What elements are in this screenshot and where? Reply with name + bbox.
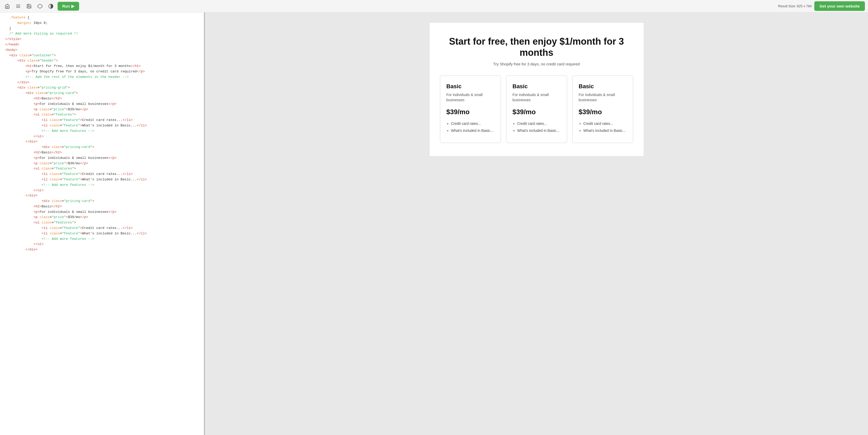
code-line: <h1>Start for free, then enjoy $1/month … — [0, 64, 204, 69]
code-line: /* Add more styling as required */ — [0, 31, 204, 37]
code-line: </div> — [0, 247, 204, 253]
pricing-card: BasicFor individuals & small businesses$… — [506, 76, 567, 143]
code-line: <h2>Basic</h2> — [0, 96, 204, 102]
card-features: Credit card rates...What's included in B… — [513, 121, 561, 134]
save-icon[interactable] — [25, 2, 33, 10]
code-line: <div class="pricing-card"> — [0, 145, 204, 150]
code-line: <ul class="features"> — [0, 220, 204, 226]
code-line: <div class="pricing-card"> — [0, 91, 204, 96]
card-price: $39/mo — [446, 108, 494, 116]
code-line: <p>For individuals & small businesses</p… — [0, 209, 204, 215]
code-line: <!-- Add more features --> — [0, 128, 204, 134]
menu-icon[interactable] — [14, 2, 22, 10]
main-layout: .feature { margin: 10px 0; } /* Add more… — [0, 12, 868, 435]
card-title: Basic — [513, 83, 561, 90]
code-line: <p class="price">$39/mo</p> — [0, 107, 204, 112]
feature-item: What's included in Basic... — [583, 128, 627, 134]
code-line: </div> — [0, 80, 204, 85]
home-icon[interactable] — [3, 2, 11, 10]
run-arrow-icon: ▶ — [71, 4, 74, 8]
code-line: <body> — [0, 48, 204, 53]
get-website-button[interactable]: Get your own website — [814, 1, 865, 11]
code-line: <h2>Basic</h2> — [0, 150, 204, 155]
preview-title: Start for free, then enjoy $1/month for … — [440, 36, 633, 58]
code-line: <li class="feature">Credit card rates...… — [0, 226, 204, 231]
feature-item: What's included in Basic... — [451, 128, 494, 134]
pricing-card: BasicFor individuals & small businesses$… — [440, 76, 501, 143]
code-line: <div class="container"> — [0, 53, 204, 58]
preview-subtitle: Try Shopify free for 3 days, no credit c… — [440, 62, 633, 66]
code-line: <div class="pricing-card"> — [0, 199, 204, 204]
run-label: Run — [62, 4, 70, 8]
code-line: <p class="price">$39/mo</p> — [0, 215, 204, 220]
card-desc: For individuals & small businesses — [579, 92, 627, 103]
code-line: <div class="header"> — [0, 58, 204, 64]
code-line: <ul class="features"> — [0, 112, 204, 118]
code-line: </ul> — [0, 134, 204, 139]
card-price: $39/mo — [513, 108, 561, 116]
card-features: Credit card rates...What's included in B… — [446, 121, 494, 134]
code-line: <li class="feature">Credit card rates...… — [0, 118, 204, 123]
feature-item: Credit card rates... — [451, 121, 494, 126]
card-desc: For individuals & small businesses — [513, 92, 561, 103]
code-line: <p class="price">$39/mo</p> — [0, 161, 204, 166]
code-line: <h2>Basic</h2> — [0, 204, 204, 209]
contrast-icon[interactable] — [47, 2, 55, 10]
card-title: Basic — [579, 83, 627, 90]
pricing-card: BasicFor individuals & small businesses$… — [572, 76, 633, 143]
svg-marker-3 — [38, 4, 42, 8]
feature-item: Credit card rates... — [517, 121, 561, 126]
code-line: .feature { — [0, 15, 204, 21]
preview-content: Start for free, then enjoy $1/month for … — [430, 23, 644, 156]
code-line: <li class="feature">What's included in B… — [0, 177, 204, 182]
diamond-icon[interactable] — [36, 2, 44, 10]
toolbar: Run ▶ Result Size: 825 x 784 Get your ow… — [0, 0, 868, 12]
feature-item: Credit card rates... — [583, 121, 627, 126]
code-line: <p>Try Shopify free for 3 days, no credi… — [0, 69, 204, 75]
code-editor[interactable]: .feature { margin: 10px 0; } /* Add more… — [0, 12, 205, 435]
code-line: } — [0, 26, 204, 31]
code-line: <!-- Add more features --> — [0, 182, 204, 188]
card-price: $39/mo — [579, 108, 627, 116]
code-line: </ul> — [0, 188, 204, 193]
code-line: </div> — [0, 193, 204, 199]
code-line: <li class="feature">What's included in B… — [0, 123, 204, 128]
feature-item: What's included in Basic... — [517, 128, 561, 134]
code-line: </div> — [0, 139, 204, 145]
code-line: <li class="feature">Credit card rates...… — [0, 172, 204, 177]
code-line: <!-- Add more features --> — [0, 236, 204, 242]
pricing-grid: BasicFor individuals & small businesses$… — [440, 76, 633, 143]
code-line: margin: 10px 0; — [0, 21, 204, 26]
code-line: </head> — [0, 42, 204, 48]
run-button[interactable]: Run ▶ — [58, 2, 79, 11]
preview-panel: Start for free, then enjoy $1/month for … — [205, 12, 868, 435]
code-line: <li class="feature">What's included in B… — [0, 231, 204, 236]
card-features: Credit card rates...What's included in B… — [579, 121, 627, 134]
code-line: </ul> — [0, 242, 204, 247]
card-title: Basic — [446, 83, 494, 90]
card-desc: For individuals & small businesses — [446, 92, 494, 103]
code-line: <!-- Add the rest of the elements in the… — [0, 75, 204, 80]
code-line: <p>For individuals & small businesses</p… — [0, 102, 204, 107]
code-line: <p>For individuals & small businesses</p… — [0, 155, 204, 161]
result-size: Result Size: 825 x 784 — [778, 4, 812, 8]
code-line: <div class="pricing-grid"> — [0, 85, 204, 91]
code-line: </style> — [0, 37, 204, 42]
code-line: <ul class="features"> — [0, 166, 204, 172]
